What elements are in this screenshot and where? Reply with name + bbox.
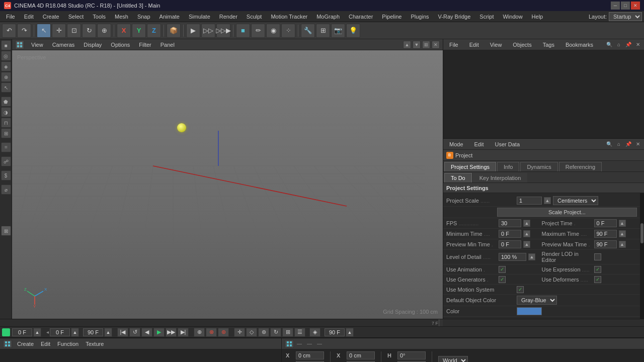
pb-end2-input[interactable]: [325, 328, 345, 336]
toolbar-z-axis[interactable]: Z: [147, 24, 161, 38]
toolbar-y-axis[interactable]: Y: [132, 24, 146, 38]
menu-render[interactable]: Render: [215, 13, 242, 21]
scale-unit-dropdown[interactable]: Centimeters: [553, 196, 598, 205]
menu-snap[interactable]: Snap: [133, 13, 154, 21]
left-tool-6[interactable]: ⬟: [1, 97, 11, 107]
menu-window[interactable]: Window: [499, 13, 526, 21]
maximize-button[interactable]: □: [621, 2, 630, 10]
vp-ctrl-4[interactable]: ✕: [432, 41, 440, 49]
vp-ctrl-1[interactable]: ▲: [403, 41, 411, 49]
color-swatch[interactable]: [517, 307, 542, 315]
pb-end-input[interactable]: [83, 328, 103, 336]
toolbar-play2[interactable]: ▷▷: [201, 24, 215, 38]
menu-mesh[interactable]: Mesh: [111, 13, 132, 21]
vp-menu-cameras[interactable]: Cameras: [50, 41, 77, 49]
toolbar-obj-mode[interactable]: 📦: [167, 24, 181, 38]
use-generators-checkbox[interactable]: [499, 276, 506, 283]
toolbar-select[interactable]: ↖: [37, 24, 51, 38]
left-tool-12[interactable]: $: [1, 170, 11, 180]
pb-record[interactable]: ⊛: [218, 328, 229, 337]
obj-search-icon[interactable]: 🔍: [605, 41, 613, 49]
toolbar-play3[interactable]: ▷▷▶: [216, 24, 230, 38]
attr-tab-mode[interactable]: Mode: [445, 140, 467, 148]
vp-menu-options[interactable]: Options: [109, 41, 132, 49]
pb-play-fwd[interactable]: ▶: [153, 328, 165, 337]
toolbar-transform[interactable]: ⊕: [97, 24, 111, 38]
attr-home-icon[interactable]: ⌂: [615, 140, 623, 148]
vp-menu-panel[interactable]: Panel: [158, 41, 177, 49]
menu-mograph[interactable]: MoGraph: [312, 13, 344, 21]
proj-time-input[interactable]: [594, 219, 617, 227]
mintime-spin[interactable]: ▲: [523, 230, 530, 237]
attr-tab-dynamics[interactable]: Dynamics: [520, 162, 557, 171]
obj-tab-view[interactable]: View: [486, 41, 506, 49]
coord-rot-h-input[interactable]: [397, 351, 426, 359]
menu-help[interactable]: Help: [528, 13, 547, 21]
fps-spin[interactable]: ▲: [523, 220, 530, 227]
pb-end-up[interactable]: ▲: [104, 328, 112, 337]
close-button[interactable]: ✕: [631, 2, 640, 10]
world-dropdown[interactable]: World: [438, 356, 468, 363]
prop-scale-input[interactable]: [517, 197, 542, 205]
pb-keyframe[interactable]: ⊕: [194, 328, 205, 337]
pb-stop[interactable]: ⊗: [206, 328, 217, 337]
left-tool-11[interactable]: ☍: [1, 156, 11, 166]
toolbar-mat[interactable]: ◉: [266, 24, 280, 38]
attr-search-icon[interactable]: 🔍: [605, 140, 613, 148]
coord-size-x-input[interactable]: [347, 351, 375, 359]
attr-tab-referencing[interactable]: Referencing: [559, 162, 602, 171]
left-tool-2[interactable]: ◎: [1, 51, 11, 61]
max-time-input[interactable]: [594, 230, 617, 238]
pb-anim5[interactable]: ⊞: [282, 328, 293, 337]
attr-scrollbar[interactable]: [640, 193, 644, 319]
pb-to-start[interactable]: |◀: [117, 328, 128, 337]
fps-input[interactable]: [499, 219, 521, 227]
toolbar-sculpt[interactable]: 🔧: [301, 24, 315, 38]
menu-select[interactable]: Select: [64, 13, 88, 21]
toolbar-grid[interactable]: ⊞: [316, 24, 330, 38]
menu-simulate[interactable]: Simulate: [185, 13, 214, 21]
vp-menu-view[interactable]: View: [29, 41, 45, 49]
menu-script[interactable]: Script: [475, 13, 498, 21]
menu-animate[interactable]: Animate: [155, 13, 184, 21]
toolbar-pen[interactable]: ✏: [251, 24, 265, 38]
left-tool-9[interactable]: ⊞: [1, 128, 11, 138]
lb-menu-function[interactable]: Function: [55, 340, 80, 348]
attr-close-icon[interactable]: ✕: [634, 140, 642, 148]
vp-menu-filter[interactable]: Filter: [137, 41, 153, 49]
vp-ctrl-2[interactable]: ▼: [413, 41, 421, 49]
pb-frame-input[interactable]: [12, 328, 32, 336]
pb-start-input[interactable]: [50, 328, 70, 336]
lb-menu-texture[interactable]: Texture: [84, 340, 106, 348]
pb-anim4[interactable]: ↻: [270, 328, 281, 337]
use-deformers-checkbox[interactable]: [594, 276, 601, 283]
menu-pipeline[interactable]: Pipeline: [378, 13, 406, 21]
pb-to-end[interactable]: ▶|: [178, 328, 189, 337]
left-tool-5[interactable]: ↖: [1, 82, 11, 93]
attr-tab-info[interactable]: Info: [497, 162, 519, 171]
left-tool-13[interactable]: ⌀: [1, 185, 11, 195]
obj-tab-bookmarks[interactable]: Bookmarks: [561, 41, 597, 49]
lb-menu-edit[interactable]: Edit: [39, 340, 52, 348]
obj-tab-file[interactable]: File: [445, 41, 462, 49]
toolbar-rotate[interactable]: ↻: [82, 24, 96, 38]
left-tool-8[interactable]: ⊓: [1, 118, 11, 128]
left-tool-14[interactable]: ⊠: [1, 226, 11, 236]
prevmin-spin[interactable]: ▲: [523, 241, 530, 248]
menu-plugins[interactable]: Plugins: [407, 13, 433, 21]
maxtime-spin[interactable]: ▲: [619, 230, 626, 237]
lb-menu-create[interactable]: Create: [15, 340, 36, 348]
obj-tab-objects[interactable]: Objects: [509, 41, 535, 49]
use-motion-checkbox[interactable]: [517, 286, 524, 293]
pb-step-fwd[interactable]: ▶▶: [166, 328, 177, 337]
min-time-input[interactable]: [499, 230, 521, 238]
coord-pos-x-input[interactable]: [296, 351, 324, 359]
attr-tab2-key[interactable]: Key Interpolation: [473, 173, 528, 183]
toolbar-light[interactable]: 💡: [346, 24, 360, 38]
menu-file[interactable]: File: [2, 13, 19, 21]
lod-input[interactable]: [499, 253, 526, 261]
obj-close-icon[interactable]: ✕: [634, 41, 642, 49]
left-tool-4[interactable]: ⊕: [1, 72, 11, 82]
menu-tools[interactable]: Tools: [89, 13, 110, 21]
left-tool-7[interactable]: ◑: [1, 107, 11, 117]
